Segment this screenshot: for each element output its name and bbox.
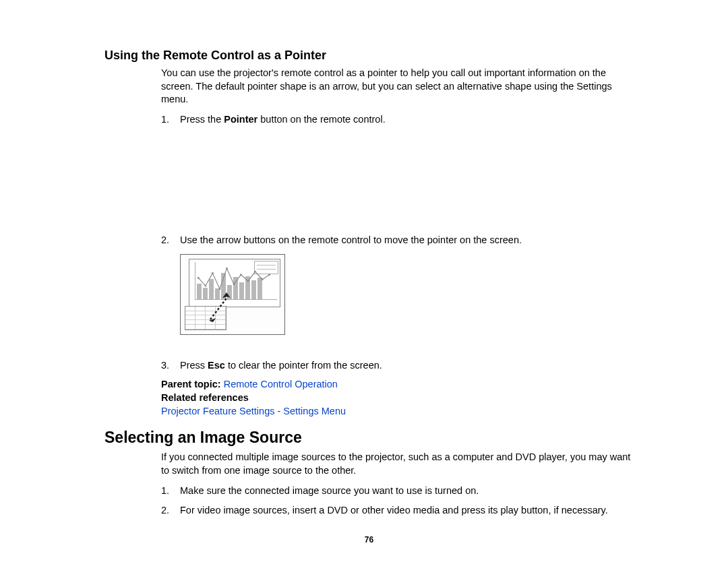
- step-number: 2.: [161, 504, 180, 518]
- steps-image-source: 1. Make sure the connected image source …: [161, 485, 634, 518]
- step-number: 1.: [161, 485, 180, 498]
- pointer-arrow-icon: [208, 288, 235, 322]
- step-number: 3.: [161, 359, 180, 373]
- step-1: 1. Press the Pointer button on the remot…: [161, 113, 634, 127]
- section-heading-image-source: Selecting an Image Source: [104, 429, 634, 447]
- related-references-label: Related references: [161, 392, 634, 403]
- figure-screen-pointer: [180, 254, 285, 335]
- chart-screen: [189, 259, 280, 307]
- page-number: 76: [104, 535, 634, 544]
- page-content: Using the Remote Control as a Pointer Yo…: [0, 0, 728, 558]
- related-references-link[interactable]: Projector Feature Settings - Settings Me…: [161, 406, 634, 416]
- step-text: Use the arrow buttons on the remote cont…: [180, 234, 634, 247]
- section-body-pointer: You can use the projector's remote contr…: [161, 67, 634, 416]
- parent-topic: Parent topic: Remote Control Operation: [161, 379, 634, 389]
- parent-topic-link[interactable]: Remote Control Operation: [224, 379, 338, 389]
- steps-pointer-cont2: 3. Press Esc to clear the pointer from t…: [161, 359, 634, 373]
- step-2: 2. Use the arrow buttons on the remote c…: [161, 234, 634, 247]
- step-number: 2.: [161, 234, 180, 247]
- section-heading-pointer: Using the Remote Control as a Pointer: [104, 49, 634, 63]
- intro-paragraph-2: If you connected multiple image sources …: [161, 451, 634, 477]
- step-3: 3. Press Esc to clear the pointer from t…: [161, 359, 634, 373]
- step-text: Press the Pointer button on the remote c…: [180, 113, 634, 127]
- step-text: For video image sources, insert a DVD or…: [180, 504, 634, 518]
- parent-topic-label: Parent topic:: [161, 379, 224, 389]
- steps-pointer-cont: 2. Use the arrow buttons on the remote c…: [161, 234, 634, 247]
- figure-placeholder-remote: [161, 133, 634, 234]
- section-body-image-source: If you connected multiple image sources …: [161, 451, 634, 517]
- step-2: 2. For video image sources, insert a DVD…: [161, 504, 634, 518]
- intro-paragraph: You can use the projector's remote contr…: [161, 67, 634, 106]
- steps-pointer: 1. Press the Pointer button on the remot…: [161, 113, 634, 127]
- step-text: Make sure the connected image source you…: [180, 485, 634, 498]
- step-1: 1. Make sure the connected image source …: [161, 485, 634, 498]
- step-text: Press Esc to clear the pointer from the …: [180, 359, 634, 373]
- step-number: 1.: [161, 113, 180, 127]
